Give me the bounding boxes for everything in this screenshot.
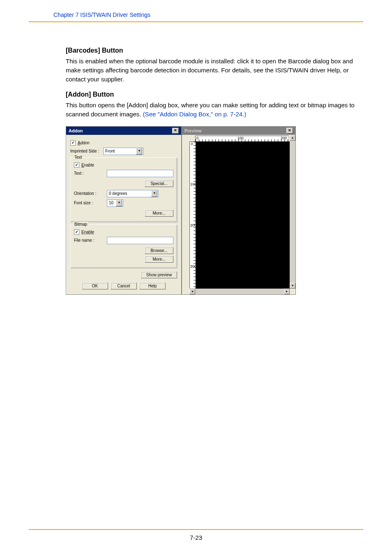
addon-dialog-title: Addon [69, 128, 83, 133]
preview-dialog: Preview ✕ mm 0 100 200 0 [182, 126, 296, 295]
fontsize-label: Font size : [74, 201, 107, 205]
help-button[interactable]: Help [139, 282, 166, 289]
close-icon[interactable]: ✕ [286, 128, 293, 134]
cancel-button[interactable]: Cancel [111, 282, 137, 289]
browse-button[interactable]: Browse... [145, 247, 173, 254]
close-icon[interactable]: ✕ [172, 128, 179, 134]
scrollbar-vertical[interactable]: ▴ ▾ [290, 135, 295, 289]
ruler-horizontal: 0 100 200 [189, 135, 290, 141]
ruler-v-tick-300: 300 [190, 265, 194, 268]
orientation-select[interactable]: 0 degrees ▾ [107, 190, 159, 197]
addon-body: This button opens the [Addon] dialog box… [66, 101, 355, 119]
chevron-down-icon[interactable]: ▾ [136, 148, 142, 155]
orientation-label: Orientation : [74, 191, 107, 196]
text-input[interactable] [107, 170, 173, 177]
chevron-down-icon[interactable]: ▾ [116, 200, 122, 206]
text-enable-label: Enable [81, 163, 94, 167]
scroll-down-icon[interactable]: ▾ [290, 283, 295, 289]
addon-dialog-titlebar: Addon ✕ [66, 127, 181, 135]
chevron-down-icon[interactable]: ▾ [151, 190, 157, 197]
ok-button[interactable]: OK [82, 282, 108, 289]
barcodes-heading: [Barcodes] Button [66, 47, 355, 54]
addon-dialog: Addon ✕ ✔ Addon Imprinted Side : Front ▾ [66, 126, 182, 295]
bitmap-enable-checkbox[interactable]: ✔ [74, 229, 79, 235]
text-groupbox-title: Text [73, 155, 83, 160]
scroll-left-icon[interactable]: ◂ [189, 289, 195, 294]
ruler-v-tick-200: 200 [190, 224, 194, 227]
orientation-value: 0 degrees [109, 191, 127, 196]
text-groupbox: Text ✔ Enable Text : Special... [70, 157, 177, 222]
text-more-button[interactable]: More... [145, 210, 173, 217]
filename-input[interactable] [107, 237, 173, 244]
addon-see-link[interactable]: (See "Addon Dialog Box," on p. 7-24.) [143, 111, 247, 118]
ruler-v-tick-0: 0 [190, 142, 194, 146]
page-header: Chapter 7 ISIS/TWAIN Driver Settings [29, 12, 363, 21]
bitmap-groupbox: Bitmap ✔ Enable File name : Browse... [70, 224, 177, 268]
text-enable-checkbox[interactable]: ✔ [74, 162, 79, 168]
ruler-v-tick-100: 100 [190, 183, 194, 186]
scroll-up-icon[interactable]: ▴ [290, 135, 295, 141]
scroll-right-icon[interactable]: ▸ [284, 289, 290, 294]
addon-checkbox-label: Addon [78, 141, 90, 145]
footer-rule [29, 529, 363, 530]
show-preview-button[interactable]: Show preview [141, 271, 177, 278]
dialog-screenshot-row: Addon ✕ ✔ Addon Imprinted Side : Front ▾ [66, 126, 296, 295]
bitmap-enable-label: Enable [81, 230, 94, 234]
addon-checkbox[interactable]: ✔ [70, 140, 76, 146]
imprinted-side-label: Imprinted Side : [70, 149, 103, 153]
preview-dialog-title: Preview [184, 128, 202, 133]
fontsize-value: 10 [109, 201, 113, 205]
page-number: 7-23 [29, 534, 363, 541]
special-button[interactable]: Special... [145, 180, 173, 187]
imprinted-side-value: Front [105, 149, 115, 153]
header-rule [29, 21, 363, 22]
scrollbar-horizontal[interactable]: ◂ ▸ [189, 289, 290, 294]
filename-label: File name : [74, 238, 107, 243]
ruler-vertical: 0 100 200 300 [189, 141, 196, 289]
bitmap-more-button[interactable]: More... [145, 256, 173, 263]
preview-canvas [196, 141, 290, 289]
text-label: Text : [74, 171, 107, 176]
bitmap-groupbox-title: Bitmap [73, 222, 88, 227]
imprinted-side-select[interactable]: Front ▾ [103, 148, 143, 155]
addon-heading: [Addon] Button [66, 91, 355, 98]
preview-titlebar: Preview ✕ [182, 127, 295, 135]
barcodes-body: This is enabled when the optional barcod… [66, 57, 355, 83]
fontsize-select[interactable]: 10 ▾ [107, 199, 123, 207]
